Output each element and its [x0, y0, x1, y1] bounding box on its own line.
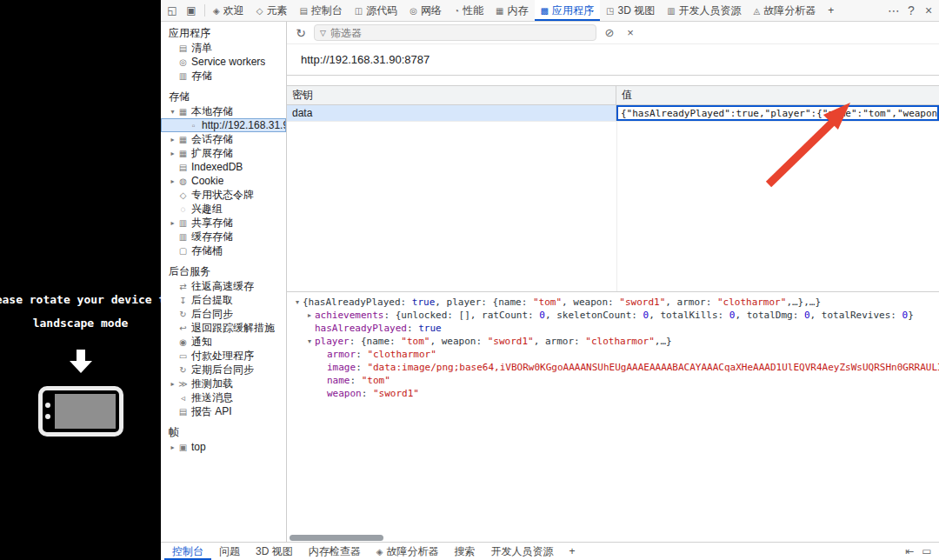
sidebar-item-label: 存储桶	[191, 243, 223, 257]
sidebar-item-storage-buckets[interactable]: ▢存储桶	[161, 243, 286, 257]
tab-more-tabs[interactable]: +	[822, 0, 840, 21]
drawer-tab-search[interactable]: 搜索	[446, 543, 483, 560]
table-row[interactable]: data{"hasAlreadyPlayed":true,"player":{"…	[287, 105, 939, 122]
sidebar-item-background-sync[interactable]: ↻后台同步	[161, 307, 286, 321]
filter-box[interactable]: ▽	[314, 24, 596, 41]
sidebar-item-label: IndexedDB	[191, 161, 243, 173]
sidebar-item-label: 推送消息	[191, 390, 233, 404]
drawer-tab-dev-resources-drawer[interactable]: 开发人员资源	[483, 543, 561, 560]
row-key-cell[interactable]: data	[287, 105, 616, 121]
cache-storage-icon: ▥	[177, 232, 189, 242]
expander-icon[interactable]: ▸	[168, 136, 177, 143]
tab-welcome[interactable]: ◈欢迎	[207, 0, 250, 21]
expand-drawer-icon[interactable]: ▭	[918, 543, 936, 559]
sidebar-item-label: 清单	[191, 41, 212, 55]
sidebar-item-speculative-loads[interactable]: ▸≫推测加载	[161, 377, 286, 390]
tab-3d-view[interactable]: ◳3D 视图	[600, 0, 661, 21]
tab-crash-analyzer[interactable]: ◬故障分析器	[748, 0, 822, 21]
json-token: 0	[539, 309, 545, 322]
sidebar-item-bounce-tracking-mitigations[interactable]: ↩退回跟踪缓解措施	[161, 321, 286, 335]
sidebar-item-background-fetch[interactable]: ↧后台提取	[161, 293, 286, 307]
tab-console[interactable]: ▤控制台	[293, 0, 348, 21]
sidebar-item-label: Cookie	[191, 175, 223, 187]
sidebar-item-back-forward-cache[interactable]: ⇄往返高速缓存	[161, 279, 286, 293]
dock-drawer-icon[interactable]: ⇤	[901, 543, 918, 559]
drawer-tab-add-drawer-tab[interactable]: +	[561, 543, 583, 560]
drawer-tab-issues[interactable]: 问题	[211, 543, 248, 560]
expander-icon[interactable]: ▸	[168, 443, 177, 451]
drawer-bar: 控制台问题3D 视图内存检查器◈故障分析器搜索开发人员资源+ ⇤▭	[161, 542, 939, 560]
crash-analyzer-drawer-icon: ◈	[376, 547, 383, 557]
json-token: "clotharmor"	[367, 348, 436, 361]
sidebar-item-cache-storage[interactable]: ▥缓存存储	[161, 230, 286, 243]
preview-line: name: "tom"	[287, 374, 939, 387]
sidebar-item-indexeddb[interactable]: ▤IndexedDB	[161, 160, 286, 174]
tab-label: 内存	[508, 3, 529, 18]
json-token: ,…},…}	[786, 296, 821, 309]
tab-elements[interactable]: ◇元素	[250, 0, 294, 21]
drawer-tab-3d-view-drawer[interactable]: 3D 视图	[248, 543, 301, 560]
inspect-element-icon[interactable]: ◱	[163, 3, 181, 18]
expander-icon[interactable]: ▾	[292, 296, 303, 309]
tab-sources[interactable]: ◫源代码	[349, 0, 403, 21]
expander-icon[interactable]: ▾	[168, 108, 177, 116]
sidebar-item-periodic-background-sync[interactable]: ↻定期后台同步	[161, 363, 286, 377]
delete-selected-button[interactable]: ×	[623, 26, 638, 39]
row-value-cell[interactable]: {"hasAlreadyPlayed":true,"player":{"name…	[616, 105, 939, 121]
drawer-tab-console-drawer[interactable]: 控制台	[164, 543, 211, 560]
value-editor[interactable]: {"hasAlreadyPlayed":true,"player":{"name…	[616, 105, 939, 121]
preview-line: armor: "clotharmor"	[287, 348, 939, 361]
sidebar-item-notifications[interactable]: ◉通知	[161, 335, 286, 349]
refresh-button[interactable]: ↻	[293, 26, 309, 40]
sidebar-item-storage[interactable]: ▥存储	[161, 69, 286, 83]
help-icon[interactable]: ?	[902, 3, 920, 18]
json-token: "clotharmor"	[585, 335, 654, 348]
sidebar-item-extension-storage[interactable]: ▸▦扩展存储	[161, 146, 286, 160]
sidebar-item-cookies[interactable]: ▸◍Cookie	[161, 174, 286, 188]
toolbar-separator	[204, 4, 205, 17]
sidebar-item-push-messaging[interactable]: ◃推送消息	[161, 390, 286, 404]
sidebar-item-session-storage[interactable]: ▸▦会话存储	[161, 132, 286, 146]
device-toolbar-icon[interactable]: ▣	[183, 3, 200, 18]
cookies-icon: ◍	[177, 177, 189, 186]
sidebar-item-label: 后台同步	[191, 307, 233, 321]
expander-icon[interactable]: ▸	[168, 380, 177, 388]
horizontal-scrollbar[interactable]	[287, 533, 939, 542]
expander-icon[interactable]: ▸	[168, 150, 177, 157]
scrollbar-thumb[interactable]	[290, 535, 383, 541]
arrow-shaft	[77, 350, 85, 361]
json-token: image	[327, 361, 356, 374]
more-options-icon[interactable]: ⋯	[885, 3, 902, 18]
tab-dev-resources[interactable]: ▥开发人员资源	[661, 0, 747, 21]
sidebar-item-payment-handler[interactable]: ▭付款处理程序	[161, 349, 286, 363]
value-column-header[interactable]: 值	[616, 86, 939, 104]
clear-all-button[interactable]: ⊘	[602, 26, 617, 39]
tab-application[interactable]: ▩应用程序	[535, 0, 600, 21]
json-token: "sword1"	[488, 335, 534, 348]
json-token: "data:image/png;base64,iVBORw0KGgoAAAANS…	[367, 361, 939, 374]
expander-icon[interactable]: ▸	[168, 219, 177, 227]
sidebar-item-interest-groups[interactable]: ◌兴趣组	[161, 202, 286, 216]
key-column-header[interactable]: 密钥	[287, 86, 616, 104]
tab-performance[interactable]: ◔性能	[448, 0, 489, 21]
sidebar-item-reporting-api[interactable]: ▤报告 API	[161, 404, 286, 418]
filter-input[interactable]	[330, 27, 590, 39]
sidebar-item-private-state-tokens[interactable]: ◇专用状态令牌	[161, 188, 286, 202]
sidebar-item-service-workers[interactable]: ◎Service workers	[161, 55, 286, 69]
expander-icon[interactable]: ▾	[304, 335, 315, 348]
application-sidebar: 应用程序▤清单◎Service workers▥存储存储▾▦本地存储▫http:…	[161, 22, 287, 542]
sidebar-item-frame-top[interactable]: ▸▣top	[161, 440, 286, 454]
drawer-tab-crash-analyzer-drawer[interactable]: ◈故障分析器	[369, 543, 447, 560]
close-devtools-icon[interactable]: ×	[920, 3, 937, 18]
tab-memory[interactable]: ▦内存	[489, 0, 534, 21]
drawer-tab-memory-inspector[interactable]: 内存检查器	[301, 543, 369, 560]
extension-storage-icon: ▦	[177, 149, 189, 158]
tab-network[interactable]: ◎网络	[403, 0, 448, 21]
sidebar-item-local-storage[interactable]: ▾▦本地存储	[161, 104, 286, 118]
expander-icon[interactable]: ▸	[304, 309, 315, 322]
json-token: , totalDmg:	[735, 309, 803, 322]
sidebar-item-shared-storage[interactable]: ▸▥共享存储	[161, 216, 286, 230]
expander-icon[interactable]: ▸	[168, 177, 177, 185]
sidebar-item-manifest[interactable]: ▤清单	[161, 41, 286, 55]
sidebar-item-local-storage-origin[interactable]: ▫http://192.168.31.90:8…	[161, 118, 286, 132]
